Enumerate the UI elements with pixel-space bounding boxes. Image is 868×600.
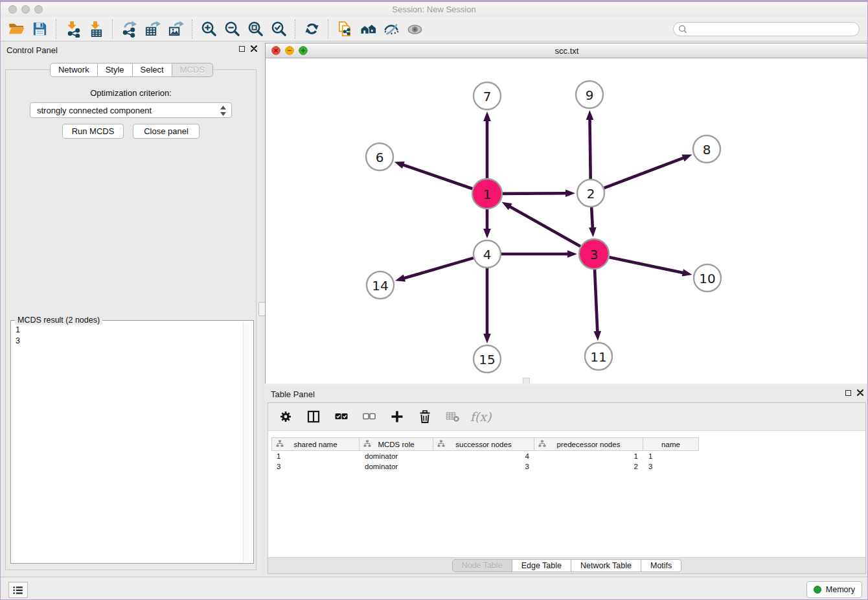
export-table-icon[interactable] <box>141 19 164 40</box>
float-panel-icon[interactable] <box>239 46 245 52</box>
tab-motifs[interactable]: Motifs <box>641 560 681 571</box>
open-session-icon[interactable] <box>5 19 28 40</box>
memory-button[interactable]: Memory <box>806 581 862 598</box>
column-tree-icon <box>437 440 445 448</box>
mcds-panel: Optimization criterion: strongly connect… <box>5 69 257 570</box>
table-row[interactable]: 3dominator323 <box>271 461 699 472</box>
fx-label: f(x) <box>470 410 492 424</box>
first-neighbors-icon[interactable] <box>356 19 380 40</box>
tab-network[interactable]: Network <box>50 63 98 77</box>
canvas-scroll-handle[interactable] <box>523 378 530 384</box>
tab-node-table[interactable]: Node Table <box>453 560 512 571</box>
network-canvas[interactable]: 7968124314101511 <box>266 58 868 384</box>
column-header-label: MCDS role <box>378 441 414 448</box>
table-cell: 3 <box>643 461 699 472</box>
float-table-panel-icon[interactable] <box>845 390 851 396</box>
tab-network-table[interactable]: Network Table <box>571 560 641 571</box>
search-icon <box>678 25 687 34</box>
close-panel-icon[interactable] <box>251 45 257 52</box>
search-input[interactable] <box>673 22 860 36</box>
graph-node-label: 4 <box>483 247 492 262</box>
deselect-all-icon[interactable] <box>361 408 378 425</box>
graph-node-label: 2 <box>587 186 595 202</box>
toolbar-separator <box>56 19 56 39</box>
column-header-successor-nodes[interactable]: successor nodes <box>433 438 534 450</box>
select-all-icon[interactable] <box>333 408 350 425</box>
table-panel: Table Panel f(x) shared nameMCDS rolesuc… <box>265 386 868 577</box>
delete-entries-icon[interactable] <box>417 408 433 425</box>
edge-3-11[interactable] <box>595 270 597 333</box>
zoom-out-icon[interactable] <box>220 19 244 40</box>
main-toolbar <box>1 17 867 41</box>
hide-selected-icon[interactable] <box>380 19 403 40</box>
select-spinner-icon <box>220 105 227 119</box>
run-mcds-button[interactable]: Run MCDS <box>62 124 124 139</box>
edge-2-8[interactable] <box>604 157 685 188</box>
graph-node-label: 1 <box>483 187 492 202</box>
column-header-shared-name[interactable]: shared name <box>271 438 360 450</box>
table-cell: 1 <box>271 451 360 461</box>
edge-3-10[interactable] <box>609 257 684 273</box>
close-panel-button[interactable]: Close panel <box>133 124 200 139</box>
zoom-fit-icon[interactable] <box>244 19 267 40</box>
edge-1-2[interactable] <box>503 193 567 194</box>
mcds-result-scrollbar[interactable] <box>243 322 252 562</box>
tab-edge-table[interactable]: Edge Table <box>512 560 571 571</box>
edge-arrow-1-7 <box>483 111 491 121</box>
show-all-icon[interactable] <box>403 19 426 40</box>
export-image-icon[interactable] <box>164 19 187 40</box>
network-window-titlebar: scc.txt <box>266 43 868 58</box>
column-tree-icon <box>276 440 284 448</box>
table-panel-title: Table Panel <box>271 389 315 399</box>
refresh-icon[interactable] <box>300 19 323 40</box>
save-session-icon[interactable] <box>28 19 51 40</box>
export-network-icon[interactable] <box>117 19 141 40</box>
table-cell: 1 <box>643 451 699 461</box>
table-row[interactable]: 1dominator411 <box>271 451 699 461</box>
network-view-window: scc.txt 7968124314101511 <box>265 43 868 384</box>
duplicate-network-icon[interactable] <box>333 19 356 40</box>
list-icon <box>12 584 25 597</box>
toggle-columns-icon[interactable] <box>305 408 322 425</box>
add-entry-icon[interactable] <box>389 408 405 425</box>
delete-table-icon[interactable] <box>444 408 461 425</box>
zoom-in-icon[interactable] <box>197 19 220 40</box>
column-header-label: predecessor nodes <box>557 441 621 448</box>
mcds-result-line: 1 <box>16 325 240 336</box>
tab-style[interactable]: Style <box>98 63 133 77</box>
graph-node-label: 8 <box>703 142 711 157</box>
table-cell: dominator <box>360 451 433 461</box>
optimization-criterion-select[interactable]: strongly connected component <box>30 102 232 118</box>
task-history-button[interactable] <box>8 582 28 598</box>
table-cell: 1 <box>534 451 643 461</box>
column-header-label: shared name <box>293 441 337 448</box>
edge-arrow-1-2 <box>565 189 575 197</box>
graph-node-label: 10 <box>699 271 715 286</box>
column-header-predecessor-nodes[interactable]: predecessor nodes <box>534 438 643 450</box>
tab-mcds[interactable]: MCDS <box>172 63 213 77</box>
edge-2-9[interactable] <box>589 118 590 179</box>
tab-select[interactable]: Select <box>133 63 172 77</box>
edge-arrow-1-6 <box>394 161 405 168</box>
application-window: Session: New Session Control Panel Netwo… <box>0 0 868 600</box>
zoom-selected-icon[interactable] <box>267 19 290 40</box>
table-toolbar: f(x) <box>268 403 865 431</box>
edge-4-14[interactable] <box>403 258 474 279</box>
edge-1-6[interactable] <box>402 165 472 189</box>
import-network-icon[interactable] <box>61 19 84 40</box>
import-table-icon[interactable] <box>84 19 108 40</box>
table-cell: 4 <box>433 451 534 461</box>
mcds-result-title: MCDS result (2 nodes) <box>15 316 102 325</box>
table-settings-icon[interactable] <box>277 408 294 425</box>
memory-status-icon <box>814 586 821 594</box>
function-builder-icon[interactable]: f(x) <box>472 408 489 425</box>
edge-3-1[interactable] <box>508 206 580 247</box>
column-header-name[interactable]: name <box>643 438 699 450</box>
close-table-panel-icon[interactable] <box>857 389 863 396</box>
control-panel: Control Panel NetworkStyleSelectMCDS Opt… <box>1 41 262 577</box>
column-header-mcds-role[interactable]: MCDS role <box>360 438 433 450</box>
graph-node-label: 15 <box>479 352 495 367</box>
table-tabs-strip: Node TableEdge TableNetwork TableMotifs <box>268 557 865 573</box>
edge-2-3[interactable] <box>591 207 593 229</box>
edge-arrow-4-14 <box>395 275 405 282</box>
